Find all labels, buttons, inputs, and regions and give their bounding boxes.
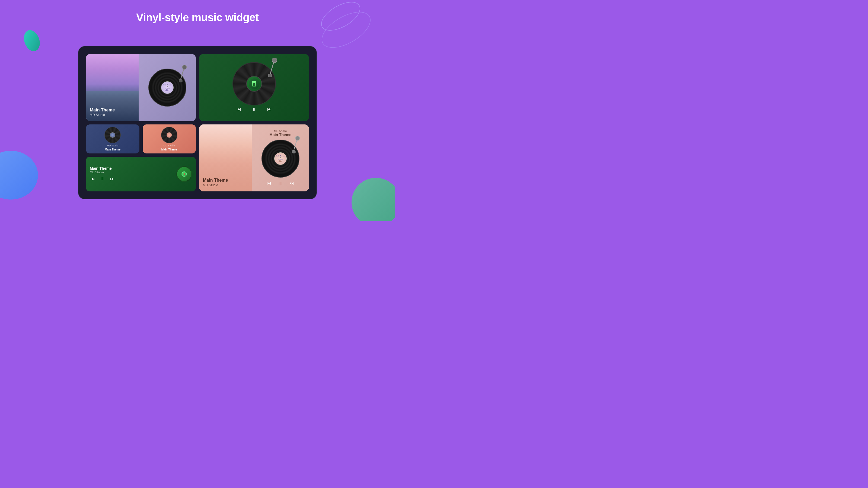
widget2-door-frame — [252, 81, 256, 87]
green-pause-button[interactable]: ⏸ — [99, 176, 105, 182]
widget4-artist-name: MD Studio — [203, 183, 228, 187]
widget-small-row: MD Studio Main Theme MD Studio Main Them… — [86, 124, 196, 192]
widget2-next-button[interactable]: ⏭ — [266, 105, 273, 113]
green-player-artist: MD Studio — [90, 170, 173, 174]
bar3 — [167, 90, 167, 91]
widget4-next-button[interactable]: ⏭ — [289, 180, 295, 186]
small-blue-track: Main Theme — [105, 148, 120, 151]
widget1-vinyl-label: Main Theme MD Studio — [161, 82, 174, 94]
green-player-vinyl: 🚪 — [176, 166, 192, 182]
small-blue-artist: MD Studio — [107, 144, 118, 147]
widget2-prev-button[interactable]: ⏮ — [235, 105, 243, 113]
widget1-turntable-area: Main Theme MD Studio — [138, 54, 196, 121]
green-door-icon: 🚪 — [183, 173, 186, 175]
small-blue-vinyl-wrap — [104, 127, 121, 143]
widget4-album-art: Main Theme MD Studio — [199, 124, 252, 192]
bg-decor-blue — [0, 151, 38, 199]
widget1-vinyl-wrap: Main Theme MD Studio — [148, 69, 186, 106]
small-pink-artist: MD Studio — [163, 144, 175, 147]
device-frame: Main Theme MD Studio Main Theme MD Studi… — [78, 46, 317, 199]
bar2 — [166, 89, 167, 91]
small-pink-vinyl-label — [166, 132, 172, 138]
widget-large-purple: Main Theme MD Studio Main Theme MD Studi… — [86, 54, 196, 121]
widget4-prev-button[interactable]: ⏮ — [266, 180, 272, 186]
widget4-turntable-arm-icon — [289, 136, 304, 155]
widget4-track-name: Main Theme — [203, 178, 228, 183]
widget2-vinyl-wrap — [232, 62, 276, 105]
widget-large-pink: Main Theme MD Studio MD Studio Main Them… — [199, 124, 309, 192]
widget4-top-labels: MD Studio Main Theme — [269, 130, 291, 137]
widget4-vinyl-wrap: Main Theme MD Studio — [261, 140, 300, 177]
svg-point-1 — [182, 65, 187, 69]
small-pink-track: Main Theme — [161, 148, 177, 151]
bar4 — [168, 90, 168, 91]
pbar5 — [282, 160, 282, 162]
page-title-area: Vinyl-style music widget — [0, 0, 395, 24]
widget4-turntable-area: MD Studio Main Theme Main Theme MD Studi… — [252, 124, 309, 192]
small-pink-vinyl-wrap — [161, 127, 177, 143]
small-widgets-top: MD Studio Main Theme MD Studio Main Them… — [86, 124, 196, 154]
widget4-pause-button[interactable]: ⏸ — [278, 180, 283, 186]
pbar3 — [280, 161, 281, 162]
widget2-pause-button[interactable]: ⏸ — [250, 105, 258, 113]
widget1-album-art: Main Theme MD Studio — [86, 54, 138, 121]
widget-small-blue: MD Studio Main Theme — [86, 124, 140, 154]
widget4-top-artist: MD Studio — [269, 130, 291, 133]
green-player-text: Main Theme MD Studio ⏮ ⏸ ⏭ — [90, 166, 173, 182]
widget4-track-info: Main Theme MD Studio — [203, 178, 228, 187]
widget1-label-track: Main Theme — [163, 84, 172, 86]
widget2-turntable-arm-icon — [265, 58, 281, 78]
widget4-top-track: Main Theme — [269, 133, 291, 137]
widget2-vinyl-label — [246, 76, 262, 92]
bar5 — [169, 89, 169, 91]
widget2-door-person — [253, 83, 255, 86]
pbar1 — [279, 161, 279, 162]
green-player-track: Main Theme — [90, 166, 173, 170]
widget4-controls: ⏮ ⏸ ⏭ — [266, 180, 295, 186]
bg-decor-green — [351, 178, 395, 221]
widget1-track-info: Main Theme MD Studio — [90, 108, 115, 117]
bg-decor-teal — [21, 28, 42, 54]
widget1-label-bars — [165, 89, 169, 91]
widget2-controls: ⏮ ⏸ ⏭ — [235, 105, 273, 113]
small-blue-vinyl-disc — [104, 127, 121, 143]
widget-green-player: Main Theme MD Studio ⏮ ⏸ ⏭ 🚪 — [86, 157, 196, 191]
bar1 — [165, 90, 166, 91]
widget4-label-track: Main Theme — [276, 155, 285, 157]
green-player-controls: ⏮ ⏸ ⏭ — [90, 176, 173, 182]
widget-small-pink: MD Studio Main Theme — [143, 124, 196, 154]
small-blue-vinyl-label — [110, 132, 115, 138]
widget4-label-bars — [279, 160, 282, 162]
svg-point-7 — [296, 136, 300, 140]
svg-rect-2 — [179, 79, 182, 82]
widget1-track-name: Main Theme — [90, 108, 115, 112]
pbar2 — [279, 160, 280, 162]
widget4-label-dot — [280, 157, 281, 158]
green-player-vinyl-center: 🚪 — [182, 171, 187, 177]
svg-rect-5 — [268, 74, 272, 77]
widget1-label-dot — [167, 86, 168, 87]
page-title: Vinyl-style music widget — [0, 11, 395, 24]
green-prev-button[interactable]: ⏮ — [90, 176, 96, 182]
widget4-vinyl-label: Main Theme MD Studio — [274, 152, 287, 165]
green-next-button[interactable]: ⏭ — [109, 176, 115, 182]
widget2-door-scene — [249, 78, 259, 89]
small-pink-vinyl-disc — [161, 127, 177, 143]
svg-point-4 — [272, 58, 277, 63]
widget1-artist-name: MD Studio — [90, 113, 115, 117]
widget1-turntable-arm-icon — [176, 65, 191, 84]
pbar4 — [281, 161, 282, 162]
svg-rect-8 — [292, 151, 296, 153]
widget-green: ⏮ ⏸ ⏭ — [199, 54, 309, 121]
